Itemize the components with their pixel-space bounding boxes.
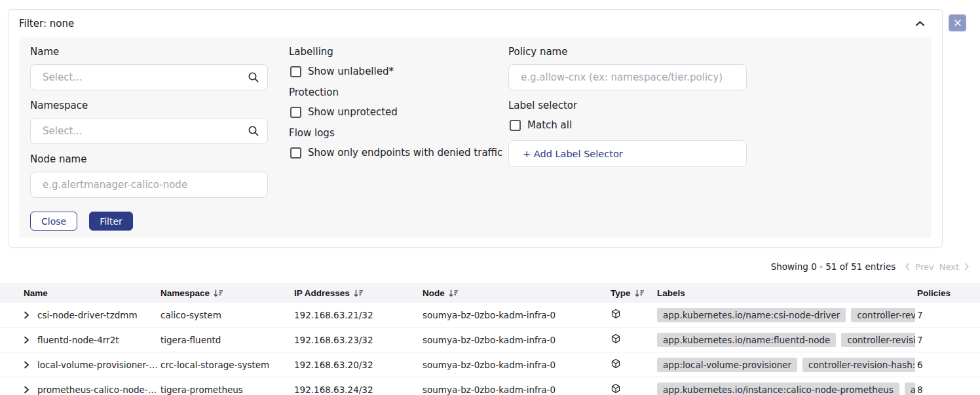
label-chip: controller-revision-hash:65… (802, 358, 915, 372)
column-header-namespace[interactable]: Namespace (160, 288, 294, 298)
column-header-name[interactable]: Name (0, 288, 160, 298)
protection-heading: Protection (289, 86, 515, 98)
chevron-right-icon[interactable] (964, 263, 970, 271)
match-all-label: Match all (527, 119, 572, 131)
flow-logs-heading: Flow logs (289, 127, 515, 139)
endpoint-node: soumya-bz-0zbo-kadm-infra-0 (423, 385, 609, 395)
denied-traffic-row: Show only endpoints with denied traffic (290, 147, 515, 159)
endpoint-ip: 192.168.63.21/32 (294, 310, 423, 320)
pod-cube-icon (611, 360, 621, 371)
expand-row-button[interactable] (24, 386, 29, 394)
collapse-panel-button[interactable] (914, 19, 926, 28)
endpoint-node: soumya-bz-0zbo-kadm-infra-0 (423, 360, 609, 370)
endpoint-name: local-volume-provisioner-… (37, 360, 158, 370)
filter-panel-title: Filter: none (19, 18, 74, 29)
label-selector-heading: Label selector (508, 100, 747, 111)
denied-traffic-checkbox[interactable] (290, 147, 301, 159)
endpoint-ip: 192.168.63.24/32 (294, 385, 423, 395)
expand-row-button[interactable] (24, 336, 29, 344)
label-chip: controller-revisi… (851, 308, 915, 322)
policy-name-input[interactable] (508, 64, 747, 90)
endpoint-node: soumya-bz-0zbo-kadm-infra-0 (423, 310, 609, 320)
denied-traffic-label: Show only endpoints with denied traffic (308, 147, 502, 159)
endpoint-node: soumya-bz-0zbo-kadm-infra-0 (423, 335, 609, 345)
chevron-right-icon (24, 361, 29, 370)
entries-summary: Showing 0 - 51 of 51 entries (771, 261, 896, 272)
policies-count: 6 (915, 360, 980, 370)
name-select-input[interactable] (30, 64, 268, 90)
next-page-button[interactable]: Next (939, 262, 959, 272)
filter-button[interactable]: Filter (89, 212, 133, 231)
filter-panel: Filter: none Name Namespace (8, 9, 943, 248)
sort-icon (214, 289, 223, 297)
close-icon (954, 19, 962, 27)
policies-count: 7 (915, 335, 980, 345)
endpoint-namespace: tigera-fluentd (160, 335, 294, 345)
table-row[interactable]: fluentd-node-4rr2t tigera-fluentd 192.16… (0, 328, 980, 352)
name-field-label: Name (30, 46, 268, 58)
endpoint-namespace: tigera-prometheus (160, 385, 294, 395)
chevron-right-icon (24, 311, 29, 320)
label-chip: app.… (905, 383, 915, 395)
label-chip: app.kubernetes.io/name:csi-node-driver (657, 308, 846, 322)
endpoint-namespace: crc-local-storage-system (160, 360, 294, 370)
pod-cube-icon (611, 385, 621, 395)
close-button[interactable]: Close (30, 212, 77, 231)
policies-count: 8 (915, 385, 980, 395)
column-header-node[interactable]: Node (423, 288, 609, 298)
show-unlabelled-checkbox[interactable] (290, 66, 301, 77)
add-label-selector-button[interactable]: + Add Label Selector (508, 140, 747, 167)
label-chip: controller-revision-… (841, 333, 915, 347)
show-unlabelled-label: Show unlabelled* (308, 66, 394, 77)
namespace-field-label: Namespace (30, 100, 268, 111)
label-chip: app:local-volume-provisioner (657, 358, 797, 372)
sort-icon (354, 289, 364, 297)
endpoint-ip: 192.168.63.23/32 (294, 335, 423, 345)
column-header-ip-addresses[interactable]: IP Addresses (294, 288, 423, 298)
policy-name-field-label: Policy name (508, 46, 747, 58)
filter-form: Name Namespace Node name Close Filt (19, 37, 932, 238)
show-unprotected-row: Show unprotected (290, 106, 515, 118)
sort-icon (635, 289, 645, 297)
dialog-close-button[interactable] (949, 14, 966, 31)
endpoint-namespace: calico-system (160, 310, 294, 320)
endpoints-table: Name Namespace IP Addresses Node Type (0, 283, 980, 395)
table-row[interactable]: prometheus-calico-node-… tigera-promethe… (0, 377, 980, 395)
search-icon (248, 125, 259, 137)
match-all-checkbox[interactable] (510, 120, 521, 131)
match-all-row: Match all (510, 119, 747, 131)
chevron-right-icon (24, 386, 29, 395)
expand-row-button[interactable] (24, 361, 29, 369)
filter-column-middle: Labelling Show unlabelled* Protection Sh… (289, 46, 515, 168)
table-header-row: Name Namespace IP Addresses Node Type (0, 283, 980, 303)
label-chip: app.kubernetes.io/name:fluentd-node (657, 333, 836, 347)
show-unprotected-label: Show unprotected (308, 106, 398, 118)
chevron-right-icon (24, 336, 29, 345)
show-unprotected-checkbox[interactable] (290, 107, 301, 118)
namespace-select-input[interactable] (30, 118, 268, 144)
chevron-up-icon (915, 19, 925, 29)
node-name-input[interactable] (30, 172, 268, 198)
endpoint-name: fluentd-node-4rr2t (37, 335, 119, 345)
column-header-policies: Policies (915, 288, 980, 298)
pagination-bar: Showing 0 - 51 of 51 entries Prev Next (771, 260, 970, 273)
filter-panel-header: Filter: none (9, 10, 942, 29)
column-header-labels: Labels (657, 288, 915, 298)
search-icon (248, 71, 259, 83)
chevron-left-icon[interactable] (905, 263, 910, 271)
filter-column-right: Policy name Label selector Match all + A… (508, 46, 747, 167)
pod-cube-icon (611, 335, 621, 346)
show-unlabelled-row: Show unlabelled* (290, 66, 515, 77)
table-row[interactable]: csi-node-driver-tzdmm calico-system 192.… (0, 303, 980, 328)
sort-icon (449, 289, 459, 297)
label-chip: app.kubernetes.io/instance:calico-node-p… (657, 383, 899, 395)
endpoint-name: prometheus-calico-node-… (37, 385, 157, 395)
column-header-type[interactable]: Type (609, 288, 657, 298)
node-name-field-label: Node name (30, 153, 268, 165)
expand-row-button[interactable] (24, 311, 29, 319)
prev-page-button[interactable]: Prev (915, 262, 933, 272)
endpoint-name: csi-node-driver-tzdmm (37, 310, 138, 320)
pod-cube-icon (611, 310, 621, 321)
policies-count: 7 (915, 310, 980, 320)
table-row[interactable]: local-volume-provisioner-… crc-local-sto… (0, 352, 980, 377)
